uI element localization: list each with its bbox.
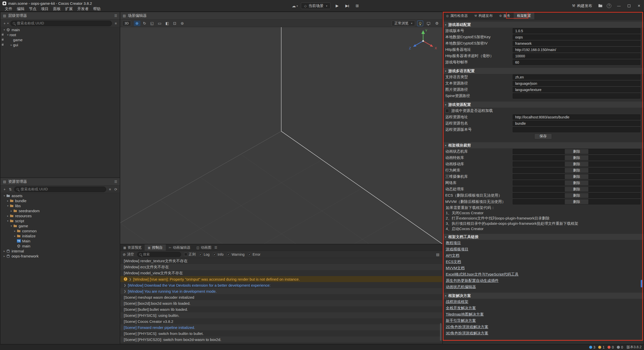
info-count[interactable]: 3 [589,345,595,349]
collapse-caret-icon[interactable]: ▾ [445,70,446,72]
console-log-row[interactable]: [Window] ecs文件夹不存在 [120,264,442,270]
doc-link[interactable]: 3D角色扮演游戏解决方案 [446,331,488,336]
space-toggle[interactable]: ⊚ [179,21,186,26]
caret-closed-icon[interactable]: ▸ [10,209,13,212]
section-header[interactable]: ▾游戏资源配置 [443,102,643,108]
caret-open-icon[interactable]: ▾ [6,204,10,207]
console-log-row[interactable]: [Window] render_texture文件夹不存在 [120,258,442,264]
console-log-row[interactable]: [Scene] Cocos Creator v3.8.2 [120,318,442,324]
console-scrollbar-thumb[interactable] [440,323,441,341]
menu-item[interactable]: 面板 [51,7,63,11]
filter-checkbox-error[interactable]: ✓Error [248,252,260,257]
window-maximize-button[interactable] [624,0,634,12]
collapse-caret-icon[interactable]: ▾ [445,294,446,297]
delete-button[interactable]: 删除 [565,155,589,160]
save-button[interactable]: 保存 [534,134,552,139]
config-input[interactable]: http://192.168.0.150/main/ [513,47,640,52]
config-input[interactable]: http://localhost:8083/assets/bundle [513,114,640,120]
scene-light-toggle[interactable] [417,21,423,26]
console-log-row[interactable]: [Scene] [PHYSICS]: using builtin. [120,312,442,318]
console-tab[interactable]: ✄动画编辑器 [166,244,193,251]
filter-icon[interactable]: ≡ [114,21,118,25]
console-log-row[interactable]: [Window] model_view文件夹不存在 [120,270,442,276]
caret-closed-icon[interactable]: ▸ [3,255,6,257]
error-count[interactable]: 0 [608,345,614,349]
config-input[interactable]: 1.0.5 [513,28,640,33]
tree-row[interactable]: ▸gui [1,42,120,47]
tree-row[interactable]: main [1,243,120,248]
scale-tool[interactable]: ◱ [149,21,155,26]
config-input[interactable]: framework [513,41,640,46]
caret-open-icon[interactable]: ▾ [3,28,6,31]
tree-row[interactable]: ▸oops-framework [1,253,120,258]
delete-button[interactable]: 删除 [565,180,589,186]
tree-row[interactable]: ▸common [1,228,120,233]
config-input[interactable]: bundle [513,121,640,126]
doc-link[interactable]: 游戏模板项目 [446,247,468,252]
console-tab[interactable]: ▦资源预览 [120,244,145,251]
scene-selector-dropdown[interactable]: ◇ 当前场景 ▾ [301,3,331,9]
menu-item[interactable]: 扩展 [63,7,75,11]
tree-row[interactable]: game [1,37,120,42]
caret-open-icon[interactable]: ▾ [10,225,13,227]
delete-button[interactable]: 删除 [565,193,589,198]
caret-closed-icon[interactable]: ▸ [6,214,10,217]
config-input[interactable]: 60 [513,60,640,65]
doc-link[interactable]: 原生包热更新配置自动生成插件 [446,278,499,283]
pivot-toggle[interactable]: ⊡ [172,21,178,26]
inspector-scrollbar-thumb[interactable] [641,280,642,287]
inspector-tab[interactable]: ⚒构建发布 [471,12,496,19]
menu-item[interactable]: 节点 [27,7,39,11]
filter-checkbox-log[interactable]: ✓Log [199,252,210,257]
doc-link[interactable]: 全栈开发解决方案 [446,306,476,311]
warning-count[interactable]: 1 [598,345,605,349]
console-log-row[interactable]: [Scene] [PHYSICS2D]: switch from box2d-w… [120,336,442,342]
view-mode-dropdown[interactable]: 正常浏览 ▾ [392,21,415,26]
section-header[interactable]: ▾游戏基础配置 [443,22,643,28]
add-node-button[interactable]: + [3,21,7,25]
notice-count[interactable]: 0 [617,345,623,349]
sort-assets-icon[interactable]: ⇅ [8,187,12,191]
console-log-row[interactable]: !❯[Window] [Vue warn]: Property "onInput… [120,276,442,282]
collapse-caret-icon[interactable]: ▾ [445,144,446,147]
menu-item[interactable]: 编辑 [15,7,27,11]
tree-row[interactable]: ▸bundle [1,198,120,203]
filter-checkbox-info[interactable]: ✓Info [213,252,223,257]
tree-row[interactable]: ▾assets [1,193,120,198]
console-search-input[interactable]: 搜索 [137,252,181,257]
filter-checkbox-正则[interactable]: 正则 [184,252,196,257]
tree-row[interactable]: ▾game [1,223,120,228]
anchor-tool[interactable]: ◧ [164,21,171,26]
inspector-tab[interactable]: 框架配置 [514,12,534,19]
rect-tool[interactable]: ▭ [156,21,163,26]
step-frame-button[interactable]: ▶ [344,4,351,8]
doc-link[interactable]: 动画状态机编辑器 [446,285,476,289]
gear-icon[interactable]: ⚙ [434,21,440,26]
caret-open-icon[interactable]: ▾ [6,220,10,222]
doc-link[interactable]: Tiledmap地图解决方案 [446,312,484,317]
log-detail-icon[interactable]: ▤ [436,252,440,256]
add-asset-button[interactable]: + [3,187,7,191]
doc-link[interactable]: 战棋游戏框架 [446,299,468,304]
doc-link[interactable]: 新手引导解决方案 [446,318,476,323]
assets-search-input[interactable]: 搜索名称或 UUID [14,187,106,192]
inspector-tab[interactable]: ◎属性检查器 [443,12,471,19]
tree-row[interactable]: ▸resources [1,213,120,218]
section-header[interactable]: ▾框架解决方案 [443,293,643,299]
doc-link[interactable]: 教程项目 [446,241,461,245]
delete-button[interactable]: 删除 [565,174,589,179]
panel-menu-icon[interactable]: ☰ [214,246,217,249]
remote-load-checkbox[interactable] [445,109,449,113]
console-log-row[interactable]: [Scene] meshopt wasm decoder initialized [120,294,442,300]
inspector-tab[interactable]: ⚙服务 [496,12,514,19]
config-input[interactable]: language/texture [513,87,640,92]
rotate-tool[interactable]: ↻ [141,21,148,26]
caret-closed-icon[interactable]: ▸ [6,199,10,202]
config-input[interactable]: 10000 [513,53,640,59]
panel-menu-icon[interactable]: ☰ [114,180,117,184]
mode-3d-button[interactable]: 3D [122,21,131,26]
config-input[interactable] [513,93,640,99]
expand-arrow-icon[interactable]: ❯ [129,278,131,281]
camera-preview-icon[interactable] [425,21,432,26]
tree-row[interactable]: ▾main [1,27,120,32]
